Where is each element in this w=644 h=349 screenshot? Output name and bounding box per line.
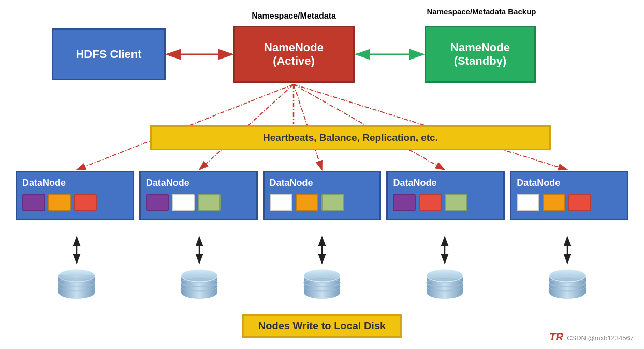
namenode-standby-box: NameNode (Standby) bbox=[425, 26, 536, 83]
svg-rect-25 bbox=[58, 275, 95, 293]
disk-icon-1 bbox=[56, 264, 97, 300]
heartbeats-banner: Heartbeats, Balance, Replication, etc. bbox=[150, 125, 551, 150]
block-1-2 bbox=[48, 194, 71, 211]
block-2-3 bbox=[198, 194, 221, 211]
datanode-box-5: DataNode bbox=[510, 171, 628, 220]
block-5-3 bbox=[568, 194, 591, 211]
datanode-row: DataNode DataNode DataNode bbox=[16, 171, 628, 220]
hdfs-client-label: HDFS Client bbox=[76, 48, 141, 61]
namespace-metadata-label: Namespace/Metadata bbox=[233, 11, 355, 21]
block-4-1 bbox=[393, 194, 416, 211]
disk-1 bbox=[16, 264, 138, 300]
block-3-1 bbox=[270, 194, 292, 211]
block-row-2 bbox=[146, 194, 251, 211]
datanode-box-2: DataNode bbox=[139, 171, 258, 220]
watermark: TR CSDN @mxb1234567 bbox=[549, 331, 634, 343]
namenode-active-box: NameNode (Active) bbox=[233, 26, 355, 83]
block-1-3 bbox=[74, 194, 97, 211]
block-2-2 bbox=[172, 194, 195, 211]
disk-4 bbox=[383, 264, 506, 300]
disk-5 bbox=[506, 264, 628, 300]
block-3-3 bbox=[321, 194, 344, 211]
datanode-box-3: DataNode bbox=[263, 171, 382, 220]
namespace-metadata-backup-label: Namespace/Metadata Backup bbox=[419, 7, 544, 16]
block-5-1 bbox=[517, 194, 539, 211]
heartbeats-label: Heartbeats, Balance, Replication, etc. bbox=[263, 132, 438, 143]
namenode-active-label: NameNode (Active) bbox=[264, 41, 324, 68]
block-3-2 bbox=[296, 194, 318, 211]
block-row-4 bbox=[393, 194, 498, 211]
block-4-2 bbox=[419, 194, 442, 211]
disk-3 bbox=[261, 264, 384, 300]
disk-icon-5 bbox=[547, 264, 588, 300]
datanode-label-4: DataNode bbox=[393, 178, 498, 188]
datanode-box-4: DataNode bbox=[386, 171, 505, 220]
datanode-label-2: DataNode bbox=[146, 178, 251, 188]
csdn-label: CSDN @mxb1234567 bbox=[567, 334, 634, 342]
datanode-label-3: DataNode bbox=[270, 178, 375, 188]
block-4-3 bbox=[445, 194, 467, 211]
disk-icon-4 bbox=[424, 264, 465, 300]
hdfs-client-box: HDFS Client bbox=[52, 28, 166, 80]
datanode-label-5: DataNode bbox=[517, 178, 622, 188]
nodes-write-label: Nodes Write to Local Disk bbox=[242, 314, 402, 338]
brand-label: TR bbox=[549, 331, 563, 342]
block-row-5 bbox=[517, 194, 622, 211]
block-5-2 bbox=[543, 194, 565, 211]
disk-2 bbox=[138, 264, 261, 300]
block-1-1 bbox=[22, 194, 45, 211]
block-2-1 bbox=[146, 194, 169, 211]
datanode-box-1: DataNode bbox=[16, 171, 134, 220]
datanode-label-1: DataNode bbox=[22, 178, 127, 188]
disk-icon-3 bbox=[301, 264, 343, 300]
block-row-1 bbox=[22, 194, 127, 211]
block-row-3 bbox=[270, 194, 375, 211]
namenode-standby-label: NameNode (Standby) bbox=[450, 41, 510, 68]
disk-icon-2 bbox=[179, 264, 220, 300]
diagram-container: Namespace/Metadata Namespace/Metadata Ba… bbox=[0, 0, 644, 349]
disk-row bbox=[16, 264, 628, 300]
